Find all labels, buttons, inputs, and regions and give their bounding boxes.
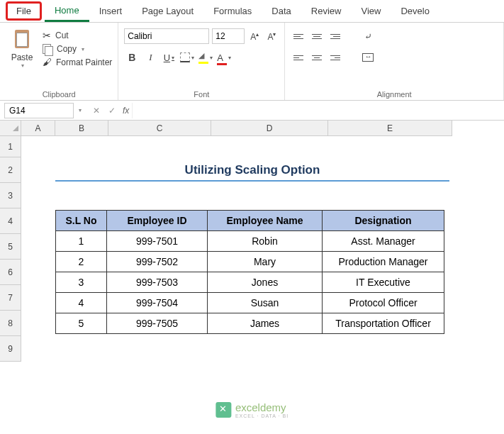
cut-label: Cut bbox=[55, 30, 69, 40]
table-cell[interactable]: 5 bbox=[56, 313, 107, 334]
tab-view[interactable]: View bbox=[351, 1, 391, 21]
font-family-select[interactable] bbox=[124, 28, 209, 44]
table-cell[interactable]: 2 bbox=[56, 252, 107, 272]
table-header: S.L No bbox=[56, 211, 107, 231]
formula-bar: G14 ▾ ✕ ✓ fx bbox=[0, 101, 504, 121]
table-cell[interactable]: Mary bbox=[208, 252, 323, 272]
italic-button[interactable]: I bbox=[142, 50, 158, 65]
table-cell[interactable]: 999-7501 bbox=[107, 231, 208, 252]
merge-button[interactable] bbox=[360, 50, 376, 65]
table-cell[interactable]: James bbox=[208, 313, 323, 334]
tab-data[interactable]: Data bbox=[262, 1, 301, 21]
column-header[interactable]: D bbox=[211, 121, 328, 136]
increase-font-button[interactable]: A▴ bbox=[247, 30, 262, 43]
font-color-button[interactable]: A bbox=[216, 50, 232, 65]
fx-label[interactable]: fx bbox=[123, 106, 129, 116]
table-row: 1999-7501RobinAsst. Manager bbox=[56, 231, 444, 252]
group-clipboard: Paste ▾ Cut Copy ▾ Format Painter C bbox=[0, 23, 118, 100]
table-cell[interactable]: 999-7502 bbox=[107, 252, 208, 272]
align-bottom-button[interactable] bbox=[327, 28, 343, 44]
row-header[interactable]: 4 bbox=[0, 208, 21, 234]
column-header[interactable]: A bbox=[21, 121, 55, 136]
border-button[interactable] bbox=[179, 50, 195, 65]
tab-formulas[interactable]: Formulas bbox=[203, 1, 262, 21]
row-header[interactable]: 2 bbox=[0, 157, 21, 183]
tab-insert[interactable]: Insert bbox=[89, 1, 133, 21]
row-header[interactable]: 1 bbox=[0, 136, 21, 157]
paste-button[interactable]: Paste ▾ bbox=[6, 26, 38, 89]
row-header[interactable]: 5 bbox=[0, 234, 21, 260]
table-cell[interactable]: Robin bbox=[208, 231, 323, 252]
watermark-icon bbox=[215, 402, 231, 418]
wrap-text-button[interactable] bbox=[360, 28, 376, 44]
paste-icon bbox=[12, 28, 32, 51]
format-painter-button[interactable]: Format Painter bbox=[43, 57, 112, 67]
table-cell[interactable]: 1 bbox=[56, 231, 107, 252]
table-cell[interactable]: Asst. Manager bbox=[323, 231, 444, 252]
row-header[interactable]: 8 bbox=[0, 311, 21, 336]
border-icon bbox=[180, 52, 190, 62]
cut-button[interactable]: Cut bbox=[43, 30, 112, 41]
table-cell[interactable]: 3 bbox=[56, 272, 107, 293]
column-header[interactable]: C bbox=[108, 121, 211, 136]
table-cell[interactable]: Transportation Officer bbox=[323, 313, 444, 334]
sheet-title: Utilizing Scaling Option bbox=[55, 163, 449, 182]
fill-color-button[interactable] bbox=[198, 50, 213, 65]
tab-file[interactable]: File bbox=[6, 1, 42, 21]
data-table: S.L NoEmployee IDEmployee NameDesignatio… bbox=[55, 210, 444, 334]
row-header[interactable]: 3 bbox=[0, 183, 21, 208]
align-middle-button[interactable] bbox=[309, 28, 325, 44]
align-middle-icon bbox=[312, 34, 322, 39]
underline-button[interactable]: U bbox=[161, 50, 177, 65]
chevron-down-icon[interactable]: ▾ bbox=[79, 107, 82, 113]
bold-button[interactable]: B bbox=[124, 50, 140, 65]
tab-review[interactable]: Review bbox=[301, 1, 352, 21]
group-label-alignment: Alignment bbox=[291, 89, 498, 99]
table-cell[interactable]: 999-7505 bbox=[107, 313, 208, 334]
align-left-icon bbox=[293, 55, 303, 60]
table-cell[interactable]: Susan bbox=[208, 293, 323, 313]
align-right-button[interactable] bbox=[327, 50, 343, 65]
table-cell[interactable]: Production Manager bbox=[323, 252, 444, 272]
copy-button[interactable]: Copy ▾ bbox=[43, 44, 112, 54]
chevron-down-icon[interactable]: ▾ bbox=[21, 62, 24, 69]
table-cell[interactable]: IT Executive bbox=[323, 272, 444, 293]
select-all-corner[interactable] bbox=[0, 121, 21, 136]
group-label-font: Font bbox=[124, 89, 279, 99]
group-alignment: Alignment bbox=[285, 23, 504, 100]
table-cell[interactable]: 999-7504 bbox=[107, 293, 208, 313]
accept-formula-button[interactable]: ✓ bbox=[104, 106, 120, 116]
decrease-font-button[interactable]: A▾ bbox=[264, 30, 279, 43]
group-font: A▴ A▾ B I U A Font bbox=[118, 23, 285, 100]
row-header[interactable]: 9 bbox=[0, 336, 21, 362]
table-cell[interactable]: 4 bbox=[56, 293, 107, 313]
table-header: Employee Name bbox=[208, 211, 323, 231]
row-header[interactable]: 7 bbox=[0, 285, 21, 311]
table-cell[interactable]: 999-7503 bbox=[107, 272, 208, 293]
column-header[interactable]: E bbox=[328, 121, 452, 136]
tab-home[interactable]: Home bbox=[45, 1, 89, 22]
align-center-button[interactable] bbox=[309, 50, 325, 65]
table-row: 5999-7505JamesTransportation Officer bbox=[56, 313, 444, 334]
table-row: 2999-7502MaryProduction Manager bbox=[56, 252, 444, 272]
font-color-icon: A bbox=[217, 52, 227, 63]
tab-page-layout[interactable]: Page Layout bbox=[132, 1, 203, 21]
row-header[interactable]: 6 bbox=[0, 260, 21, 285]
table-row: 4999-7504SusanProtocol Officer bbox=[56, 293, 444, 313]
name-box[interactable]: G14 bbox=[4, 103, 74, 118]
tab-developer[interactable]: Develo bbox=[391, 1, 439, 21]
font-size-select[interactable] bbox=[212, 28, 245, 44]
align-left-button[interactable] bbox=[291, 50, 306, 65]
table-cell[interactable]: Protocol Officer bbox=[323, 293, 444, 313]
align-top-icon bbox=[293, 34, 303, 39]
align-right-icon bbox=[330, 55, 340, 60]
watermark: exceldemy EXCEL · DATA · BI bbox=[215, 401, 289, 418]
formula-input[interactable] bbox=[132, 103, 504, 118]
table-cell[interactable]: Jones bbox=[208, 272, 323, 293]
align-top-button[interactable] bbox=[291, 28, 306, 44]
cancel-formula-button[interactable]: ✕ bbox=[89, 106, 104, 116]
watermark-brand: exceldemy bbox=[235, 401, 289, 413]
chevron-down-icon[interactable]: ▾ bbox=[82, 46, 84, 52]
fill-icon bbox=[198, 53, 208, 62]
column-header[interactable]: B bbox=[55, 121, 108, 136]
